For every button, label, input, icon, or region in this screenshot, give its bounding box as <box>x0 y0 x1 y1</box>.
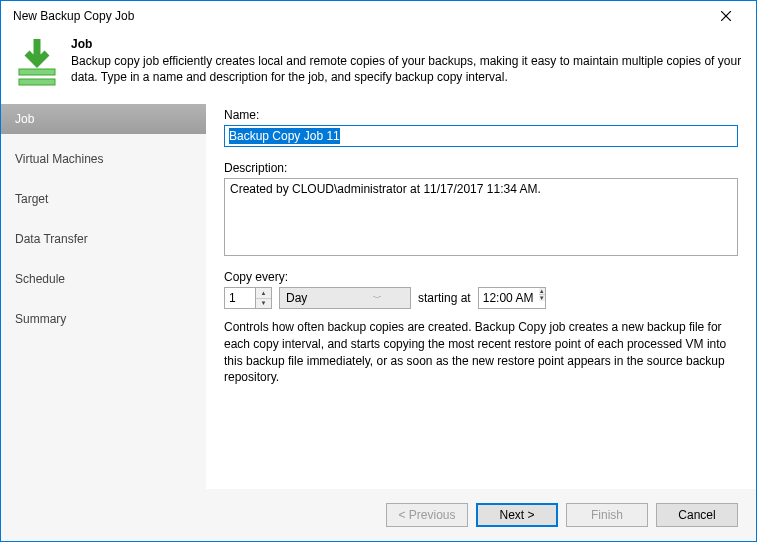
sidebar-item-label: Data Transfer <box>15 232 88 246</box>
header-description: Backup copy job efficiently creates loca… <box>71 53 742 85</box>
sidebar-item-label: Summary <box>15 312 66 326</box>
copy-unit-value: Day <box>280 291 345 305</box>
window-title: New Backup Copy Job <box>13 9 134 23</box>
spinner-up-icon[interactable]: ▲ <box>539 288 545 295</box>
copy-count-input[interactable] <box>225 288 255 308</box>
close-icon <box>721 11 731 21</box>
starting-at-label: starting at <box>418 291 471 305</box>
svg-rect-2 <box>19 69 55 75</box>
sidebar-item-label: Job <box>15 112 34 126</box>
interval-hint: Controls how often backup copies are cre… <box>224 319 738 386</box>
cancel-button[interactable]: Cancel <box>656 503 738 527</box>
step-job[interactable]: Job <box>1 104 206 134</box>
copy-every-label: Copy every: <box>224 270 738 284</box>
finish-button[interactable]: Finish <box>566 503 648 527</box>
step-virtual-machines[interactable]: Virtual Machines <box>1 144 206 174</box>
sidebar-item-label: Target <box>15 192 48 206</box>
step-target[interactable]: Target <box>1 184 206 214</box>
copy-count-spinner[interactable]: ▲ ▼ <box>224 287 272 309</box>
svg-rect-3 <box>19 79 55 85</box>
spinner-down-icon[interactable]: ▼ <box>539 295 545 301</box>
spinner-up-icon[interactable]: ▲ <box>256 288 271 299</box>
titlebar: New Backup Copy Job <box>1 1 756 31</box>
step-data-transfer[interactable]: Data Transfer <box>1 224 206 254</box>
spinner-arrows: ▲ ▼ <box>255 288 271 308</box>
close-button[interactable] <box>706 2 746 30</box>
previous-button[interactable]: < Previous <box>386 503 468 527</box>
description-label: Description: <box>224 161 738 175</box>
start-time-spinner[interactable]: ▲ ▼ <box>478 287 546 309</box>
form-panel: Name: Backup Copy Job 11 Description: Co… <box>206 104 756 489</box>
copy-interval-row: ▲ ▼ Day ﹀ starting at ▲ ▼ <box>224 287 738 309</box>
step-schedule[interactable]: Schedule <box>1 264 206 294</box>
start-time-input[interactable] <box>479 288 539 308</box>
wizard-steps-sidebar: Job Virtual Machines Target Data Transfe… <box>1 104 206 489</box>
description-input[interactable] <box>224 178 738 256</box>
job-icon <box>15 37 59 90</box>
copy-unit-combo[interactable]: Day ﹀ <box>279 287 411 309</box>
chevron-down-icon: ﹀ <box>345 292 410 305</box>
wizard-body: Job Virtual Machines Target Data Transfe… <box>1 104 756 489</box>
header-text: Job Backup copy job efficiently creates … <box>71 37 742 85</box>
spinner-down-icon[interactable]: ▼ <box>256 299 271 309</box>
step-summary[interactable]: Summary <box>1 304 206 334</box>
wizard-header: Job Backup copy job efficiently creates … <box>1 31 756 104</box>
header-title: Job <box>71 37 742 51</box>
sidebar-item-label: Schedule <box>15 272 65 286</box>
next-button[interactable]: Next > <box>476 503 558 527</box>
wizard-footer: < Previous Next > Finish Cancel <box>1 489 756 541</box>
wizard-window: New Backup Copy Job Job Backup copy job … <box>0 0 757 542</box>
name-input[interactable] <box>224 125 738 147</box>
time-spinner-arrows: ▲ ▼ <box>539 288 545 308</box>
sidebar-item-label: Virtual Machines <box>15 152 104 166</box>
name-label: Name: <box>224 108 738 122</box>
